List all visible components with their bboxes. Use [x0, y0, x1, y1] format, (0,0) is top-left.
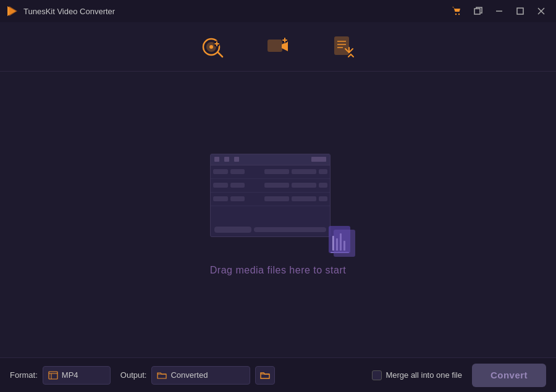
add-media-icon [198, 33, 227, 61]
format-label: Format: [10, 370, 38, 380]
format-icon [48, 371, 58, 380]
svg-marker-1 [9, 6, 17, 16]
cart-button[interactable] [449, 2, 466, 20]
placeholder-table [210, 154, 331, 237]
svg-point-3 [458, 14, 460, 15]
titlebar-controls [449, 2, 550, 20]
format-input[interactable]: MP4 [43, 366, 111, 385]
convert-log-icon [329, 33, 358, 61]
merge-label-text: Merge all into one file [385, 370, 462, 380]
app-logo-icon [6, 5, 19, 17]
bottombar: Format: MP4 Output: Converted [0, 357, 556, 392]
output-label: Output: [120, 370, 147, 380]
svg-line-12 [218, 52, 222, 57]
svg-rect-6 [517, 8, 523, 14]
svg-rect-33 [49, 372, 57, 379]
svg-rect-21 [335, 37, 348, 54]
add-video-button[interactable] [264, 33, 292, 61]
format-field: Format: MP4 [10, 366, 111, 385]
add-media-button[interactable] [198, 33, 227, 61]
close-button[interactable] [533, 2, 550, 20]
svg-rect-32 [334, 230, 355, 257]
drop-area: Drag media files here to start [210, 154, 346, 276]
placeholder-graphic [210, 154, 346, 252]
browse-folder-button[interactable] [255, 366, 275, 385]
folder-icon [157, 371, 167, 379]
restore-button[interactable] [470, 2, 487, 20]
toolbar [0, 22, 556, 72]
merge-option: Merge all into one file [372, 370, 462, 380]
output-value: Converted [171, 370, 208, 380]
svg-point-11 [209, 45, 213, 49]
app-title: TunesKit Video Converter [23, 7, 115, 16]
output-input[interactable]: Converted [151, 366, 250, 385]
convert-log-button[interactable] [329, 33, 358, 61]
format-value: MP4 [62, 370, 78, 380]
output-field: Output: Converted [120, 366, 276, 385]
svg-point-2 [455, 14, 457, 15]
titlebar: TunesKit Video Converter [0, 0, 556, 22]
svg-rect-16 [268, 40, 282, 51]
maximize-button[interactable] [512, 2, 529, 20]
add-video-icon [264, 33, 292, 61]
merge-checkbox[interactable] [372, 370, 382, 380]
main-content: Drag media files here to start [0, 72, 556, 357]
minimize-button[interactable] [491, 2, 508, 20]
placeholder-file-icon [327, 225, 358, 262]
svg-rect-4 [474, 9, 480, 14]
drag-text: Drag media files here to start [210, 265, 346, 276]
titlebar-left: TunesKit Video Converter [6, 5, 115, 17]
convert-button[interactable]: Convert [472, 364, 546, 387]
